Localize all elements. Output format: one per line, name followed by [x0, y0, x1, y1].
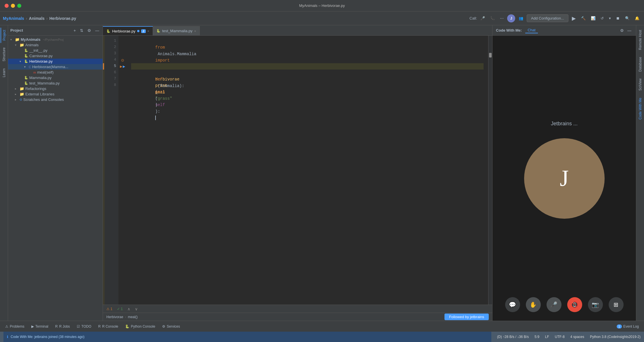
breadcrumb-project[interactable]: MyAnimals — [3, 16, 24, 21]
status-right: (D) ↑28 B/s / ↓36 B/s 5:9 LF UTF-8 4 spa… — [497, 335, 641, 339]
microphone-button[interactable]: 🎤 — [479, 15, 487, 22]
hide-panel-icon[interactable]: — — [94, 28, 100, 33]
refresh-button[interactable]: ↺ — [599, 15, 605, 22]
tree-label-init: __init__.py — [29, 48, 47, 53]
tab-services[interactable]: ⚙ Services — [159, 323, 183, 330]
services-label: Services — [167, 324, 180, 328]
coverage-button[interactable]: 📊 — [589, 15, 597, 22]
panel-settings-button[interactable]: ⚙ — [619, 28, 625, 33]
sidebar-item-structure[interactable]: Structure — [1, 45, 7, 64]
tree-item-external-libs[interactable]: ▸ 📁 External Libraries — [8, 91, 103, 97]
tree-item-animals[interactable]: ▾ 📁 Animals — [8, 42, 103, 48]
debug-line-icon[interactable]: ▶ — [123, 65, 125, 68]
close-button[interactable] — [5, 4, 9, 8]
add-icon[interactable]: + — [72, 28, 77, 33]
call-controls: 💬 ✋ 🎤 📵 📷 ⊞ — [505, 297, 624, 312]
code-line-8 — [131, 82, 484, 89]
tab-terminal[interactable]: ▶ Terminal — [28, 323, 51, 330]
tree-item-root[interactable]: ▾ 📁 MyAnimals ~/PycharmProj — [8, 37, 103, 42]
tab-r-jobs[interactable]: R R Jobs — [52, 323, 73, 330]
settings-icon[interactable]: ⚙ — [86, 28, 92, 33]
tree-item-carnivorae[interactable]: 🐍 Carnivorae.py — [8, 53, 103, 59]
tab-r-console[interactable]: R R Console — [95, 323, 121, 330]
grid-control-button[interactable]: ⊞ — [609, 297, 624, 312]
mic-control-button[interactable]: 🎤 — [547, 297, 561, 312]
r-console-icon: R — [98, 324, 101, 328]
main-layout: Project Structure Learn Project + ⇅ ⚙ — … — [0, 25, 644, 321]
tab-event-log[interactable]: 1 Event Log — [614, 323, 642, 330]
run-line-icon[interactable]: ▶ — [120, 65, 122, 68]
line-num-7: 7 — [105, 76, 116, 82]
folder-icon-root: 📁 — [15, 37, 20, 42]
tree-item-herbivorae-class[interactable]: ▾ C Herbivorae(Mamma... — [8, 64, 103, 70]
scroll-thumb[interactable] — [489, 53, 492, 57]
tree-item-refactorings[interactable]: ▸ 📁 Refactorings — [8, 86, 103, 91]
line-num-6: 6 — [105, 70, 116, 76]
gutter-icon-4: ⊙ — [118, 57, 126, 63]
window-title: MyAnimals – Herbivorae.py — [299, 3, 345, 8]
breadcrumb-method-name: meal() — [128, 315, 138, 319]
tab-j-badge: J — [141, 29, 146, 33]
tree-item-meal[interactable]: m meal(self) — [8, 70, 103, 75]
sidebar-item-project[interactable]: Project — [1, 28, 7, 43]
window-controls[interactable] — [5, 4, 21, 8]
sidebar-item-learn[interactable]: Learn — [1, 66, 7, 80]
build-button[interactable]: 🔨 — [579, 15, 587, 22]
sidebar-item-database[interactable]: Database — [637, 55, 643, 74]
code-editor[interactable]: from Animals.Mammalia import Mammalia cl… — [126, 36, 488, 305]
tab-problems[interactable]: ⚠ Problems — [2, 323, 27, 330]
stop-button[interactable]: ⏹ — [614, 15, 622, 22]
avatar[interactable]: J — [507, 14, 515, 22]
end-call-button[interactable]: 📵 — [567, 297, 582, 312]
breadcrumb-class-name: Herbivorae — [106, 315, 123, 319]
expand-arrow-scratches: ▸ — [15, 98, 18, 101]
run-button[interactable]: ▶ — [570, 15, 578, 22]
gutter-warning-5 — [103, 63, 104, 70]
chat-control-button[interactable]: 💬 — [505, 297, 520, 312]
panel-close-button[interactable]: — — [626, 28, 632, 33]
git-status: (D) ↑28 B/s / ↓36 B/s — [497, 335, 529, 339]
camera-control-button[interactable]: 📷 — [588, 297, 603, 312]
add-configuration-button[interactable]: Add Configuration... — [527, 14, 568, 22]
tab-test-mammalia[interactable]: 🐍 test_Mammalia.py × — [153, 26, 200, 35]
line-numbers: 1 2 3 4 5 6 7 8 — [105, 36, 118, 305]
gutter-icon-5[interactable]: ▶ ▶ — [118, 63, 126, 70]
project-panel-header: Project + ⇅ ⚙ — — [8, 25, 103, 36]
editor-content[interactable]: 1 2 3 4 5 6 7 8 ⊙ ▶ ▶ — [103, 36, 492, 305]
more-options-button[interactable]: ⋯ — [498, 15, 505, 22]
breadcrumb-folder[interactable]: Animals — [29, 16, 45, 21]
tree-item-init[interactable]: 🐍 __init__.py — [8, 48, 103, 53]
notifications-button[interactable]: 🔔 — [633, 15, 641, 22]
sidebar-item-remote-host[interactable]: Remote Host — [637, 28, 643, 52]
encoding: UTF-8 — [555, 335, 565, 339]
minimize-button[interactable] — [11, 4, 15, 8]
tree-item-test-mammalia[interactable]: 🐍 test_Mammalia.py — [8, 80, 103, 86]
tab-python-console[interactable]: 🐍 Python Console — [122, 323, 158, 330]
search-everywhere-button[interactable]: 🔍 — [623, 15, 631, 22]
tree-item-mammalia[interactable]: 🐍 Mammalia.py — [8, 75, 103, 80]
implement-icon[interactable]: ⊙ — [121, 58, 124, 62]
code-line-2 — [131, 44, 484, 51]
config-arrow-button[interactable]: ▾ — [607, 15, 613, 22]
tree-label-test: test_Mammalia.py — [29, 81, 60, 85]
maximize-button[interactable] — [17, 4, 21, 8]
tab-todo[interactable]: ☑ TODO — [74, 323, 94, 330]
python-console-label: Python Console — [131, 324, 155, 328]
sidebar-item-code-with-me[interactable]: Code With Me — [637, 95, 643, 122]
tab-herbivorae[interactable]: 🐍 Herbivorae.py J × — [103, 26, 153, 35]
collapse-all-icon[interactable]: ⇅ — [79, 28, 85, 33]
phone-button[interactable]: 📞 — [488, 15, 497, 22]
avatar-letter: J — [560, 165, 569, 191]
tree-item-scratches[interactable]: ▸ ⊙ Scratches and Consoles — [8, 97, 103, 102]
tree-label-meal: meal(self) — [37, 70, 53, 74]
hand-control-button[interactable]: ✋ — [526, 297, 541, 312]
sidebar-item-sciview[interactable]: SciView — [637, 76, 643, 93]
code-line-4: class Herbivorae (Mammalia): — [131, 57, 484, 63]
tree-item-herbivorae[interactable]: ▾ 🐍 Herbivorae.py — [8, 59, 103, 64]
people-button[interactable]: 👥 — [517, 15, 525, 22]
chat-tab[interactable]: Chat — [525, 27, 538, 33]
nav-up-button[interactable]: ∧ — [127, 307, 130, 311]
tab-close-test[interactable]: × — [194, 29, 196, 33]
tab-close-herbivorae[interactable]: × — [147, 29, 149, 33]
nav-down-button[interactable]: ∨ — [135, 307, 138, 311]
